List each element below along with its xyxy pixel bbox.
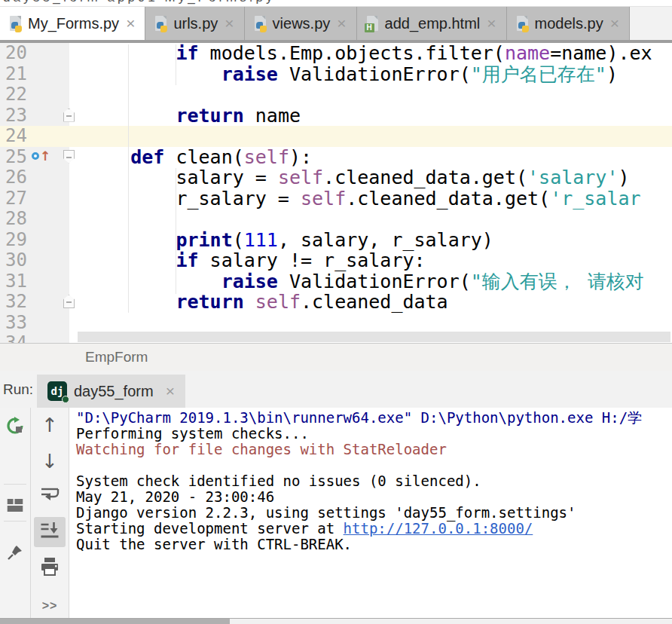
console-toolbar: ↑ ↓ bbox=[31, 408, 69, 618]
code-line bbox=[69, 313, 85, 334]
gutter[interactable]: 27 bbox=[0, 188, 69, 210]
editor-line: 29 print(111, salary, r_salary) bbox=[0, 230, 672, 251]
run-tab-close-icon[interactable]: × bbox=[166, 382, 175, 400]
html-badge: H bbox=[365, 23, 374, 32]
editor-tab[interactable]: H add_emp.html × bbox=[357, 7, 507, 40]
tab-close-icon[interactable]: × bbox=[337, 14, 346, 32]
line-number: 20 bbox=[0, 43, 27, 63]
down-arrow-icon[interactable]: ↓ bbox=[41, 451, 58, 471]
line-number: 29 bbox=[0, 229, 27, 250]
gutter[interactable]: 25 ↑ bbox=[0, 147, 69, 168]
gutter[interactable]: 31 bbox=[0, 271, 69, 292]
code-line: return self.cleaned_data bbox=[69, 292, 448, 313]
editor-tab[interactable]: My_Forms.py × bbox=[0, 7, 145, 40]
editor-line: 32 return self.cleaned_data bbox=[0, 292, 672, 313]
run-toolbar bbox=[0, 408, 31, 618]
line-number: 31 bbox=[0, 271, 27, 292]
gutter[interactable]: 30 bbox=[0, 250, 69, 271]
editor-line: 28 bbox=[0, 209, 672, 230]
editor-tab[interactable]: urls.py × bbox=[145, 7, 244, 40]
gutter[interactable]: 33 bbox=[0, 313, 69, 334]
line-number: 23 bbox=[0, 105, 27, 126]
breadcrumb: day55_form app01 My_Forms.py bbox=[0, 0, 672, 7]
tab-bar: My_Forms.py × urls.py × views.py × H add… bbox=[0, 7, 672, 43]
run-config-tab[interactable]: dj day55_form × bbox=[37, 375, 185, 408]
gutter[interactable]: 20 bbox=[0, 43, 69, 64]
gutter[interactable]: 24 bbox=[0, 126, 69, 147]
tab-label: models.py bbox=[535, 15, 603, 32]
code-line: r_salary = self.cleaned_data.get('r_sala… bbox=[69, 188, 641, 210]
line-number: 28 bbox=[0, 208, 27, 229]
scroll-to-end-icon[interactable] bbox=[41, 522, 60, 544]
line-number: 25 bbox=[0, 146, 27, 167]
editor-hscrollbar-thumb[interactable] bbox=[78, 332, 670, 342]
tab-close-icon[interactable]: × bbox=[126, 14, 135, 32]
gutter[interactable]: 32 bbox=[0, 292, 69, 313]
tab-close-icon[interactable]: × bbox=[610, 14, 619, 32]
editor-line: 26 salary = self.cleaned_data.get('salar… bbox=[0, 167, 672, 188]
print-icon[interactable] bbox=[40, 557, 60, 580]
python-file-icon bbox=[517, 16, 530, 31]
python-file-icon bbox=[155, 16, 168, 31]
gutter[interactable]: 28 bbox=[0, 209, 69, 230]
server-url-link[interactable]: http://127.0.0.1:8000/ bbox=[344, 520, 533, 537]
code-line bbox=[69, 209, 85, 230]
code-line: if models.Emp.objects.filter(name=name).… bbox=[69, 43, 652, 64]
more-actions-button[interactable]: >> bbox=[42, 599, 58, 613]
gutter[interactable]: 26 bbox=[0, 167, 69, 188]
console-line bbox=[76, 457, 672, 473]
editor-line: 27 r_salary = self.cleaned_data.get('r_s… bbox=[0, 188, 672, 210]
editor-lines: 20 if models.Emp.objects.filter(name=nam… bbox=[0, 43, 672, 343]
console-line: Performing system checks... bbox=[76, 426, 672, 442]
pin-icon[interactable] bbox=[7, 544, 23, 564]
line-number: 34 bbox=[0, 332, 27, 343]
tab-label: add_emp.html bbox=[385, 15, 481, 32]
override-icon[interactable]: ↑ bbox=[32, 150, 50, 163]
code-line: print(111, salary, r_salary) bbox=[69, 230, 493, 251]
console-line: Watching for file changes with StatReloa… bbox=[76, 442, 672, 457]
gutter[interactable]: 21 bbox=[0, 64, 69, 85]
editor-tab[interactable]: models.py × bbox=[507, 7, 630, 40]
layout-icon[interactable] bbox=[8, 499, 23, 515]
editor-tab[interactable]: views.py × bbox=[245, 7, 357, 40]
run-config-name: day55_form bbox=[74, 383, 154, 400]
gutter[interactable]: 34 bbox=[0, 333, 69, 343]
gutter[interactable]: 23 bbox=[0, 106, 69, 127]
soft-wrap-icon[interactable] bbox=[40, 486, 60, 504]
line-number: 27 bbox=[0, 188, 27, 209]
editor-line: 23 return name bbox=[0, 106, 672, 127]
line-number: 32 bbox=[0, 291, 27, 312]
line-number: 30 bbox=[0, 249, 27, 271]
code-line: return name bbox=[69, 106, 301, 127]
indent-guide bbox=[176, 168, 176, 294]
structure-breadcrumb[interactable]: EmpForm bbox=[85, 349, 148, 365]
tab-close-icon[interactable]: × bbox=[487, 14, 496, 32]
code-line: raise ValidationError("用户名已存在") bbox=[69, 64, 618, 85]
run-label: Run: bbox=[3, 381, 35, 398]
editor-line: 22 bbox=[0, 84, 672, 106]
tab-label: My_Forms.py bbox=[28, 15, 119, 32]
code-editor[interactable]: 20 if models.Emp.objects.filter(name=nam… bbox=[0, 43, 672, 343]
console-output[interactable]: "D:\PyCharm 2019.1.3\bin\runnerw64.exe" … bbox=[69, 408, 672, 618]
line-number: 33 bbox=[0, 312, 27, 333]
console-hscrollbar bbox=[0, 618, 672, 624]
html-file-icon: H bbox=[367, 16, 380, 31]
gutter[interactable]: 29 bbox=[0, 230, 69, 251]
indent-guide bbox=[176, 44, 176, 85]
rerun-icon[interactable] bbox=[6, 417, 24, 438]
code-line: if salary != r_salary: bbox=[69, 250, 426, 271]
code-line: raise ValidationError("输入有误， 请核对 bbox=[69, 271, 644, 292]
structure-bar[interactable]: EmpForm bbox=[0, 343, 672, 371]
console-hscrollbar-thumb[interactable] bbox=[0, 619, 230, 624]
editor-line: 21 raise ValidationError("用户名已存在") bbox=[0, 64, 672, 85]
console-line: Django version 2.2.3, using settings 'da… bbox=[76, 505, 672, 521]
code-line: def clean(self): bbox=[69, 147, 312, 168]
up-arrow-icon[interactable]: ↑ bbox=[41, 415, 58, 435]
editor-line: 31 raise ValidationError("输入有误， 请核对 bbox=[0, 271, 672, 292]
line-number: 22 bbox=[0, 84, 27, 105]
gutter[interactable]: 22 bbox=[0, 84, 69, 106]
code-line bbox=[69, 84, 85, 106]
tab-close-icon[interactable]: × bbox=[225, 14, 234, 32]
breadcrumb-text: day55_form app01 My_Forms.py bbox=[0, 0, 672, 5]
django-icon: dj bbox=[47, 381, 67, 401]
